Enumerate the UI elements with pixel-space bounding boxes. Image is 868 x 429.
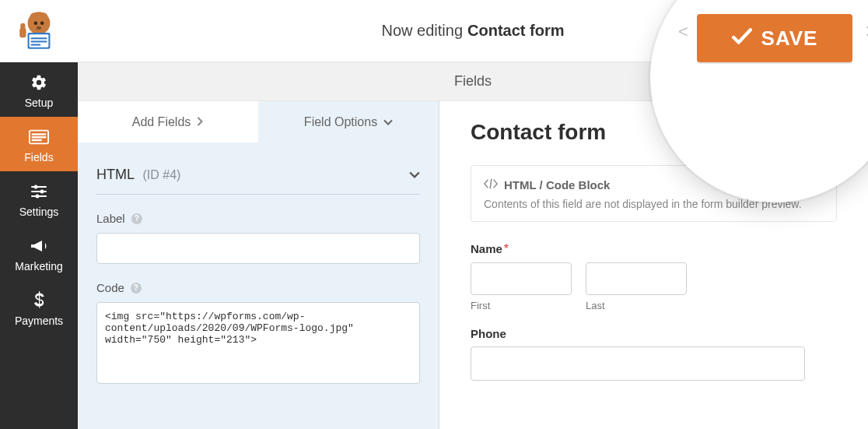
last-sublabel: Last	[586, 300, 687, 311]
options-heading: HTML	[96, 167, 135, 182]
tab-label: Field Options	[304, 115, 377, 129]
svg-rect-9	[31, 40, 47, 42]
close-icon[interactable]: ✕	[865, 22, 868, 42]
svg-point-3	[34, 21, 38, 25]
save-label: SAVE	[761, 26, 818, 51]
name-label: Name	[471, 242, 502, 255]
options-panel: Add Fields Field Options	[78, 101, 439, 429]
svg-point-2	[40, 12, 47, 20]
sidebar-label: Payments	[0, 315, 78, 327]
svg-rect-8	[31, 37, 47, 39]
sidebar-label: Setup	[0, 97, 78, 109]
save-button[interactable]: SAVE	[697, 14, 852, 62]
options-subheading: (ID #4)	[142, 168, 180, 181]
subbar-label: Fields	[454, 73, 492, 90]
sliders-icon	[0, 181, 78, 202]
label-input[interactable]	[96, 233, 420, 264]
gear-icon	[0, 72, 78, 93]
sidebar-item-marketing[interactable]: Marketing	[0, 226, 78, 280]
chevron-down-icon	[409, 168, 420, 182]
svg-point-1	[30, 12, 38, 20]
logo	[0, 0, 78, 62]
builder-sidebar: Setup Fields Settings Marketing Payments	[0, 0, 78, 429]
help-icon[interactable]: ?	[131, 213, 142, 224]
dollar-icon	[0, 290, 78, 311]
chevron-right-icon	[197, 115, 204, 129]
svg-rect-16	[32, 139, 42, 141]
topbar-prefix: Now editing	[382, 22, 464, 40]
last-name-input[interactable]	[586, 262, 687, 295]
svg-rect-15	[32, 136, 47, 138]
topbar-title: Contact form	[467, 22, 564, 40]
check-icon	[732, 26, 752, 51]
code-textarea[interactable]	[96, 302, 420, 384]
phone-input[interactable]	[471, 346, 805, 381]
embed-icon-fragment: <	[678, 22, 688, 42]
code-label: Code	[96, 281, 124, 294]
options-header[interactable]: HTML (ID #4)	[96, 156, 420, 195]
sidebar-label: Fields	[0, 151, 78, 164]
sidebar-item-setup[interactable]: Setup	[0, 62, 78, 117]
tab-field-options[interactable]: Field Options	[258, 101, 439, 143]
tab-add-fields[interactable]: Add Fields	[78, 101, 258, 143]
sidebar-item-settings[interactable]: Settings	[0, 171, 78, 226]
code-icon	[484, 178, 498, 192]
svg-point-5	[37, 26, 41, 30]
svg-rect-10	[31, 44, 40, 46]
sidebar-item-payments[interactable]: Payments	[0, 280, 78, 335]
label-label: Label	[96, 212, 125, 225]
sidebar-label: Settings	[0, 206, 78, 218]
svg-point-17	[34, 185, 38, 189]
tab-label: Add Fields	[132, 115, 191, 129]
first-sublabel: First	[471, 300, 572, 311]
megaphone-icon	[0, 236, 78, 256]
fields-icon	[0, 127, 78, 147]
code-block-title: HTML / Code Block	[504, 178, 610, 192]
phone-label: Phone	[471, 327, 837, 340]
svg-rect-14	[32, 133, 47, 135]
svg-point-18	[40, 190, 44, 194]
svg-point-4	[40, 21, 44, 25]
chevron-down-icon	[383, 115, 393, 129]
wpforms-logo-icon	[10, 4, 68, 58]
sidebar-item-fields[interactable]: Fields	[0, 117, 78, 171]
sidebar-label: Marketing	[0, 260, 78, 273]
first-name-input[interactable]	[471, 262, 572, 295]
zoom-lens: < SAVE ✕	[650, 0, 868, 202]
svg-point-19	[36, 195, 40, 199]
svg-rect-12	[20, 23, 25, 31]
help-icon[interactable]: ?	[131, 283, 142, 294]
required-asterisk: *	[504, 242, 509, 255]
